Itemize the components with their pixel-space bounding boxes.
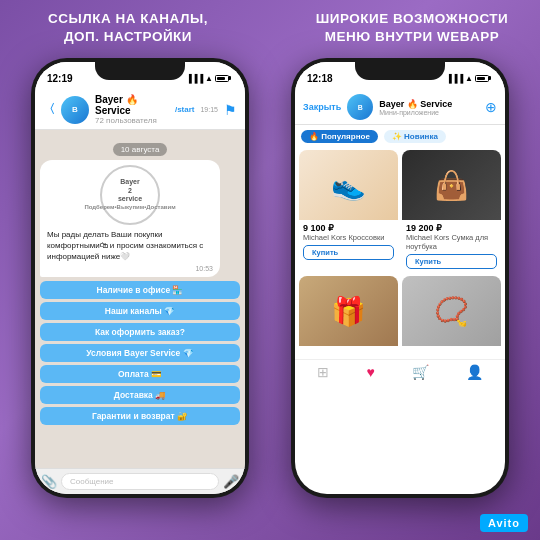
product4-info — [402, 346, 501, 355]
product2-name: Michael Kors Сумка для ноутбука — [406, 233, 497, 251]
avito-badge: Avito — [480, 514, 528, 532]
filter-new[interactable]: ✨ Новинка — [384, 130, 446, 143]
filter-row: 🔥 Популярное ✨ Новинка — [295, 125, 505, 146]
welcome-message: Bayer2serviceПодберем•Выкупим•Доставим М… — [40, 160, 220, 277]
bag-icon: 👜 — [434, 169, 469, 202]
product2-info: 19 200 ₽ Michael Kors Сумка для ноутбука… — [402, 220, 501, 272]
product-2: 👜 19 200 ₽ Michael Kors Сумка для ноутбу… — [402, 150, 501, 272]
product1-info: 9 100 ₽ Michael Kors Кроссовки Купить — [299, 220, 398, 263]
product1-img: 👟 — [299, 150, 398, 220]
msg-time: 10:53 — [47, 265, 213, 272]
time-label: 19:15 — [200, 106, 218, 113]
product3-info — [299, 346, 398, 355]
cmd-btn-6[interactable]: Гарантии и возврат 🔐 — [40, 407, 240, 425]
webapp-channel-name: Bayer 🔥 Service — [379, 99, 452, 109]
webapp-header: Закрыть B Bayer 🔥 Service Мини-приложени… — [295, 90, 505, 125]
message-input[interactable]: Сообщение — [61, 473, 219, 490]
webapp-channel-info: Bayer 🔥 Service Мини-приложение — [379, 99, 452, 116]
date-label: 10 августа — [113, 143, 168, 156]
buy-btn-1[interactable]: Купить — [303, 245, 394, 260]
cart-icon[interactable]: 🛒 — [412, 364, 429, 380]
product-3: 🎁 — [299, 276, 398, 355]
phone-1: 12:19 ▐▐▐ ▲ 〈 B Bayer 🔥 Service 72 польз… — [31, 58, 249, 498]
start-cmd: /start — [175, 105, 195, 114]
cmd-btn-4[interactable]: Оплата 💳 — [40, 365, 240, 383]
logo-text: Bayer2serviceПодберем•Выкупим•Доставим — [84, 178, 175, 212]
tg-avatar: B — [61, 96, 89, 124]
welcome-text: Мы рады делать Ваши покупки комфортными🛍… — [47, 229, 213, 263]
left-title: ССЫЛКА НА КАНАЛЫ, ДОП. НАСТРОЙКИ — [18, 10, 238, 45]
chat-area: 10 августа Bayer2serviceПодберем•Выкупим… — [35, 130, 245, 468]
product1-name: Michael Kors Кроссовки — [303, 233, 394, 242]
attachment-icon[interactable]: 📎 — [41, 474, 57, 489]
grid-icon[interactable]: ⊞ — [317, 364, 329, 380]
mic-icon[interactable]: 🎤 — [223, 474, 239, 489]
cmd-btn-1[interactable]: Наши каналы 💎 — [40, 302, 240, 320]
perfume-icon: 🎁 — [331, 295, 366, 328]
bracelet-icon: 📿 — [434, 295, 469, 328]
tg-header: 〈 B Bayer 🔥 Service 72 пользователя /sta… — [35, 90, 245, 130]
product3-img: 🎁 — [299, 276, 398, 346]
signal-icon: ▐▐▐ — [186, 74, 203, 83]
webapp-bottom-bar: ⊞ ♥ 🛒 👤 — [295, 359, 505, 384]
cmd-btn-3[interactable]: Условия Bayer Service 💎 — [40, 344, 240, 362]
wifi-icon: ▲ — [205, 74, 213, 83]
cmd-btn-5[interactable]: Доставка 🚚 — [40, 386, 240, 404]
phone1-time: 12:19 — [47, 73, 73, 84]
heart-icon[interactable]: ♥ — [366, 364, 374, 380]
input-placeholder: Сообщение — [70, 477, 114, 486]
signal2-icon: ▐▐▐ — [446, 74, 463, 83]
phone2-notch — [355, 58, 445, 80]
product-4: 📿 — [402, 276, 501, 355]
filter-popular[interactable]: 🔥 Популярное — [301, 130, 378, 143]
close-button[interactable]: Закрыть — [303, 102, 341, 112]
product4-img: 📿 — [402, 276, 501, 346]
phone2-status-icons: ▐▐▐ ▲ — [446, 74, 489, 83]
tg-search-icon[interactable]: ⚑ — [224, 102, 237, 118]
product2-price: 19 200 ₽ — [406, 223, 497, 233]
phone2-time: 12:18 — [307, 73, 333, 84]
phone2-inner: 12:18 ▐▐▐ ▲ Закрыть B Bayer 🔥 Service Ми… — [295, 62, 505, 494]
battery-icon — [215, 75, 229, 82]
webapp-avatar: B — [347, 94, 373, 120]
product1-price: 9 100 ₽ — [303, 223, 394, 233]
product2-img: 👜 — [402, 150, 501, 220]
products-grid: 👟 9 100 ₽ Michael Kors Кроссовки Купить … — [295, 146, 505, 359]
channel-logo: Bayer2serviceПодберем•Выкупим•Доставим — [100, 165, 160, 225]
webapp-more-icon[interactable]: ⊕ — [485, 99, 497, 115]
phone1-status-icons: ▐▐▐ ▲ — [186, 74, 229, 83]
wifi2-icon: ▲ — [465, 74, 473, 83]
phone1-notch — [95, 58, 185, 80]
buy-btn-2[interactable]: Купить — [406, 254, 497, 269]
date-bubble: 10 августа — [40, 138, 240, 156]
phones-container: 12:19 ▐▐▐ ▲ 〈 B Bayer 🔥 Service 72 польз… — [0, 58, 540, 498]
back-button[interactable]: 〈 — [43, 101, 55, 118]
phone-2: 12:18 ▐▐▐ ▲ Закрыть B Bayer 🔥 Service Ми… — [291, 58, 509, 498]
shoes-icon: 👟 — [331, 169, 366, 202]
tg-channel-sub: 72 пользователя — [95, 116, 169, 125]
cmd-btn-2[interactable]: Как оформить заказ? — [40, 323, 240, 341]
tg-channel-name: Bayer 🔥 Service — [95, 94, 169, 116]
tg-input-bar: 📎 Сообщение 🎤 — [35, 468, 245, 494]
webapp-channel-sub: Мини-приложение — [379, 109, 452, 116]
cmd-btn-0[interactable]: Наличие в офисе 🏪 — [40, 281, 240, 299]
tg-channel-info: Bayer 🔥 Service 72 пользователя — [95, 94, 169, 125]
phone1-inner: 12:19 ▐▐▐ ▲ 〈 B Bayer 🔥 Service 72 польз… — [35, 62, 245, 494]
battery2-icon — [475, 75, 489, 82]
product-1: 👟 9 100 ₽ Michael Kors Кроссовки Купить — [299, 150, 398, 272]
right-title: ШИРОКИЕ ВОЗМОЖНОСТИ МЕНЮ ВНУТРИ WEBAPP — [302, 10, 522, 45]
profile-icon[interactable]: 👤 — [466, 364, 483, 380]
